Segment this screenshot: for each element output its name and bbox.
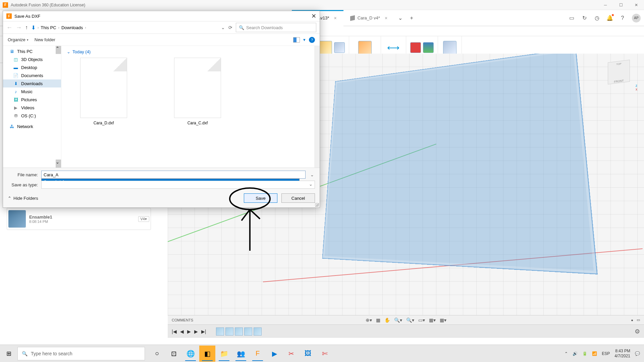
joint-icon[interactable] (319, 41, 332, 54)
refresh-button[interactable]: ⟳ (228, 25, 232, 30)
close-tab-icon[interactable]: × (385, 15, 387, 21)
scrollbar-handle[interactable]: ⌃ (56, 46, 61, 54)
snip-icon[interactable]: ✂ (283, 346, 299, 362)
up-button[interactable]: ↑ (25, 24, 28, 31)
tree-videos[interactable]: ▶Videos (3, 104, 61, 112)
tree-osc[interactable]: ⛃OS (C:) (3, 112, 61, 120)
version-badge[interactable]: V4▾ (138, 216, 149, 222)
user-avatar[interactable]: AP (632, 14, 641, 22)
organize-button[interactable]: Organize (8, 37, 29, 42)
scrollbar-handle[interactable]: ⌄ (56, 160, 61, 168)
timeline-feature-icon[interactable] (244, 327, 252, 336)
language-indicator[interactable]: ESP (602, 351, 610, 356)
start-button[interactable]: ⊞ (0, 345, 17, 362)
breadcrumb[interactable]: ⬇ › This PC › Downloads › (31, 24, 218, 31)
clock-icon[interactable]: ◷ (594, 15, 600, 21)
extension-icon[interactable]: ▭ (568, 15, 575, 21)
wifi-icon[interactable]: 📶 (592, 351, 597, 356)
timeline-settings-icon[interactable]: ⚙ (635, 328, 640, 335)
tree-documents[interactable]: 📄Documents (3, 71, 61, 79)
design-item[interactable]: Ensamble1 8:08:14 PM V4▾ (7, 208, 151, 230)
back-button[interactable]: ← (6, 24, 12, 31)
updates-icon[interactable]: ↻ (581, 15, 588, 21)
tree-this-pc[interactable]: 🖥This PC (3, 47, 61, 55)
select-icon[interactable] (443, 41, 457, 54)
taskbar-search[interactable]: 🔍 Type here to search (17, 347, 145, 360)
view-mode-button[interactable] (293, 37, 300, 43)
fit-icon[interactable]: 🔍▾ (406, 317, 414, 323)
tab-cara-d[interactable]: Cara_D v4* × (343, 10, 394, 26)
teams-icon[interactable]: 👥 (233, 346, 249, 362)
timeline-feature-icon[interactable] (254, 327, 262, 336)
snagit-icon[interactable]: ✄ (317, 346, 333, 362)
timeline-play-icon[interactable]: ▶ (187, 329, 191, 334)
construct-plane-icon[interactable] (358, 41, 372, 54)
cortana-icon[interactable]: ○ (149, 346, 165, 362)
resize-handle[interactable] (315, 203, 319, 207)
cancel-button[interactable]: Cancel (281, 193, 315, 203)
comments-label[interactable]: COMMENTS (172, 318, 193, 322)
explorer-icon[interactable]: 📁 (216, 346, 232, 362)
file-scrollbar[interactable] (314, 46, 320, 168)
minimize-button[interactable]: ─ (598, 0, 613, 10)
help-icon[interactable]: ? (619, 15, 626, 21)
search-input[interactable]: 🔍 Search Downloads (236, 23, 316, 32)
orbit-icon[interactable]: ⊕▾ (366, 317, 372, 323)
timeline-start-icon[interactable]: |◀ (172, 329, 177, 334)
file-item[interactable]: Cara_D.dxf (80, 58, 127, 125)
measure-icon[interactable]: ⟷ (387, 43, 399, 53)
breadcrumb-dropdown-icon[interactable]: ⌄ (221, 25, 225, 30)
collapse-icon[interactable]: ▭ (637, 318, 640, 322)
timeline-feature-icon[interactable] (225, 327, 233, 336)
save-button[interactable]: Save (244, 193, 277, 203)
new-folder-button[interactable]: New folder (35, 37, 55, 42)
file-list[interactable]: ⌄Today (4) Cara_D.dxf Cara_C.dxf (61, 46, 320, 168)
timeline-feature-icon[interactable] (216, 327, 224, 336)
maximize-button[interactable]: ☐ (613, 0, 629, 10)
breadcrumb-pc[interactable]: This PC (41, 25, 56, 30)
filename-dropdown-icon[interactable]: ⌄ (309, 172, 315, 177)
close-tab-icon[interactable]: × (334, 15, 336, 21)
viewport-icon[interactable]: ▦▾ (440, 317, 446, 323)
app-yellow-icon[interactable]: ◧ (199, 346, 215, 362)
dialog-close-button[interactable]: ✕ (311, 12, 316, 20)
taskview-icon[interactable]: ⊡ (166, 346, 182, 362)
timeline-back-icon[interactable]: ◀ (180, 329, 184, 334)
chrome-icon[interactable]: 🌐 (182, 346, 199, 362)
display-icon[interactable]: ▭▾ (418, 317, 425, 323)
grid-icon[interactable]: ▦▾ (429, 317, 436, 323)
fusion-icon[interactable]: F (250, 346, 266, 362)
battery-icon[interactable]: 🔋 (582, 351, 587, 356)
tree-pictures[interactable]: 🖼Pictures (3, 96, 61, 104)
clock[interactable]: 8:43 PM 4/7/2021 (614, 349, 630, 358)
timeline-fwd-icon[interactable]: ▶ (194, 329, 198, 334)
tree-desktop[interactable]: ▬Desktop (3, 63, 61, 71)
as-built-joint-icon[interactable] (334, 42, 345, 53)
tree-network[interactable]: 🖧Network (3, 122, 61, 130)
action-center-icon[interactable]: 💬 (635, 351, 640, 356)
tree-3d-objects[interactable]: ◫3D Objects (3, 55, 61, 63)
filename-input[interactable] (41, 171, 306, 179)
tabs-dropdown-icon[interactable]: ⌄ (397, 15, 404, 21)
zoom-icon[interactable]: 🔍▾ (394, 317, 402, 323)
forward-button[interactable]: → (16, 24, 22, 31)
view-cube[interactable]: FRONT (608, 60, 630, 84)
file-item[interactable]: Cara_C.dxf (174, 58, 221, 125)
timeline-end-icon[interactable]: ▶| (201, 329, 206, 334)
saveastype-dropdown[interactable] (41, 181, 315, 189)
new-tab-button[interactable]: + (408, 15, 415, 21)
record-icon[interactable]: ● (631, 318, 633, 322)
close-button[interactable]: ✕ (629, 0, 644, 10)
group-today[interactable]: ⌄Today (4) (67, 49, 314, 54)
volume-icon[interactable]: 🔊 (573, 351, 578, 356)
insert-derive-icon[interactable] (410, 42, 421, 53)
tree-downloads[interactable]: ⬇Downloads (3, 79, 61, 87)
photos-icon[interactable]: 🖼 (300, 346, 316, 362)
help-button[interactable]: ? (309, 37, 315, 43)
view-dropdown-icon[interactable]: ▾ (303, 37, 306, 42)
pan-icon[interactable]: ✋ (384, 317, 390, 323)
hide-folders-button[interactable]: ⌃Hide Folders (8, 196, 38, 201)
movie-icon[interactable]: ▶ (266, 346, 282, 362)
tree-music[interactable]: ♪Music (3, 87, 61, 96)
breadcrumb-folder[interactable]: Downloads (61, 25, 83, 30)
